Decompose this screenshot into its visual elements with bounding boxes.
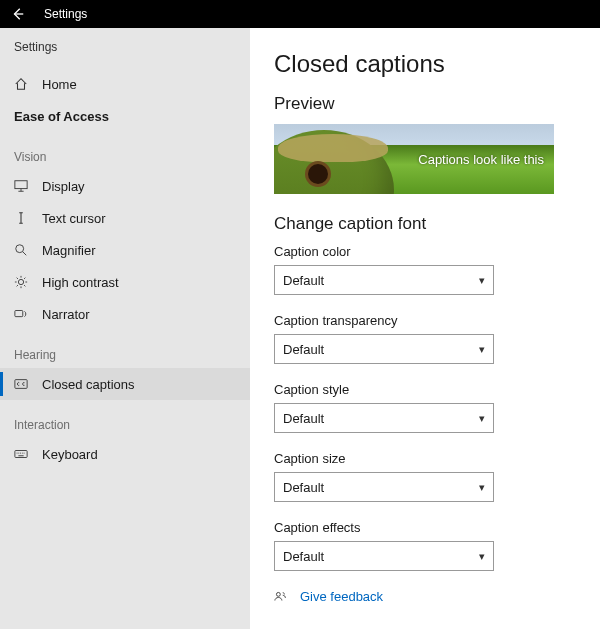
select-value: Default — [283, 273, 324, 288]
sidebar: Settings Home Ease of Access Vision Disp… — [0, 28, 250, 629]
feedback-icon — [274, 590, 292, 604]
sidebar-item-closed-captions[interactable]: Closed captions — [0, 368, 250, 400]
arrow-left-icon — [11, 7, 25, 21]
svg-rect-5 — [15, 451, 27, 458]
feedback-label: Give feedback — [300, 589, 383, 604]
keyboard-icon — [14, 447, 32, 461]
select-value: Default — [283, 411, 324, 426]
select-caption-style[interactable]: Default ▾ — [274, 403, 494, 433]
sidebar-item-label: High contrast — [42, 275, 119, 290]
svg-point-6 — [276, 592, 280, 596]
main-panel: Closed captions Preview Captions look li… — [250, 28, 600, 629]
preview-door — [308, 164, 328, 184]
setting-caption-style: Caption style Default ▾ — [274, 382, 576, 433]
select-caption-effects[interactable]: Default ▾ — [274, 541, 494, 571]
select-caption-size[interactable]: Default ▾ — [274, 472, 494, 502]
preview-heading: Preview — [274, 94, 576, 114]
setting-label: Caption style — [274, 382, 576, 397]
monitor-icon — [14, 179, 32, 193]
sidebar-header: Settings — [0, 36, 250, 68]
svg-point-2 — [18, 279, 23, 284]
sidebar-item-high-contrast[interactable]: High contrast — [0, 266, 250, 298]
home-icon — [14, 77, 32, 91]
text-cursor-icon — [14, 211, 32, 225]
setting-label: Caption transparency — [274, 313, 576, 328]
sidebar-item-label: Closed captions — [42, 377, 135, 392]
svg-point-1 — [16, 245, 24, 253]
titlebar: Settings — [0, 0, 600, 28]
setting-label: Caption effects — [274, 520, 576, 535]
preview-roof — [278, 134, 388, 162]
setting-caption-transparency: Caption transparency Default ▾ — [274, 313, 576, 364]
sidebar-item-label: Text cursor — [42, 211, 106, 226]
caption-preview: Captions look like this — [274, 124, 554, 194]
sidebar-item-label: Keyboard — [42, 447, 98, 462]
sidebar-category-label: Ease of Access — [14, 109, 109, 124]
setting-caption-color: Caption color Default ▾ — [274, 244, 576, 295]
give-feedback-link[interactable]: Give feedback — [274, 589, 576, 604]
magnifier-icon — [14, 243, 32, 257]
sidebar-item-label: Magnifier — [42, 243, 95, 258]
select-value: Default — [283, 549, 324, 564]
page-title: Closed captions — [274, 50, 576, 78]
sidebar-item-narrator[interactable]: Narrator — [0, 298, 250, 330]
svg-rect-0 — [15, 181, 27, 189]
sidebar-item-home[interactable]: Home — [0, 68, 250, 100]
chevron-down-icon: ▾ — [479, 481, 485, 494]
select-value: Default — [283, 480, 324, 495]
chevron-down-icon: ▾ — [479, 550, 485, 563]
content: Settings Home Ease of Access Vision Disp… — [0, 28, 600, 629]
setting-label: Caption color — [274, 244, 576, 259]
setting-label: Caption size — [274, 451, 576, 466]
group-label-interaction: Interaction — [0, 400, 250, 438]
chevron-down-icon: ▾ — [479, 274, 485, 287]
sidebar-item-label: Narrator — [42, 307, 90, 322]
select-caption-transparency[interactable]: Default ▾ — [274, 334, 494, 364]
sidebar-item-keyboard[interactable]: Keyboard — [0, 438, 250, 470]
setting-caption-size: Caption size Default ▾ — [274, 451, 576, 502]
narrator-icon — [14, 307, 32, 321]
svg-rect-4 — [15, 380, 27, 389]
sidebar-item-display[interactable]: Display — [0, 170, 250, 202]
sidebar-item-label: Display — [42, 179, 85, 194]
contrast-icon — [14, 275, 32, 289]
chevron-down-icon: ▾ — [479, 343, 485, 356]
back-button[interactable] — [6, 2, 30, 26]
group-label-vision: Vision — [0, 132, 250, 170]
sidebar-item-text-cursor[interactable]: Text cursor — [0, 202, 250, 234]
chevron-down-icon: ▾ — [479, 412, 485, 425]
section-heading: Change caption font — [274, 214, 576, 234]
closed-captions-icon — [14, 377, 32, 391]
sidebar-item-magnifier[interactable]: Magnifier — [0, 234, 250, 266]
select-value: Default — [283, 342, 324, 357]
sidebar-item-label: Home — [42, 77, 77, 92]
preview-caption-text: Captions look like this — [418, 152, 544, 167]
window-title: Settings — [44, 7, 87, 21]
group-label-hearing: Hearing — [0, 330, 250, 368]
svg-rect-3 — [15, 311, 23, 317]
sidebar-category[interactable]: Ease of Access — [0, 100, 250, 132]
setting-caption-effects: Caption effects Default ▾ — [274, 520, 576, 571]
select-caption-color[interactable]: Default ▾ — [274, 265, 494, 295]
